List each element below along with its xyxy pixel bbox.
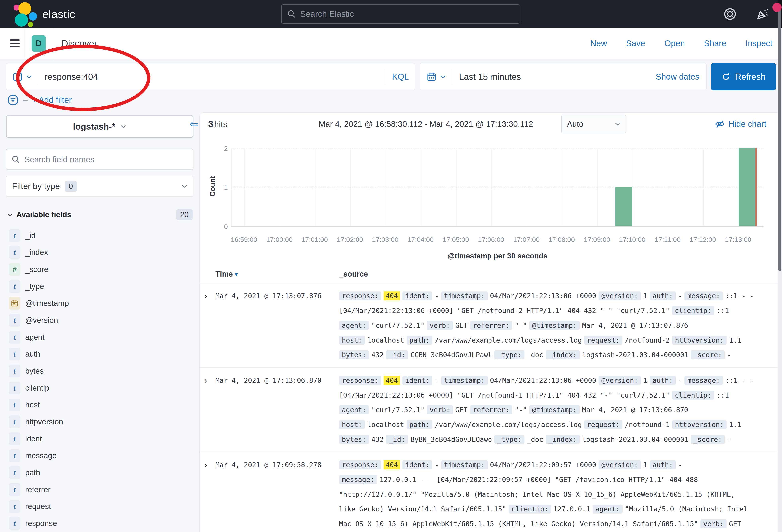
- date-picker: Last 15 minutes Show dates: [420, 63, 707, 90]
- gridline-vertical: [492, 149, 492, 226]
- date-quick-menu-button[interactable]: [427, 72, 452, 82]
- app-nav-bar: D Discover NewSaveOpenShareInspect: [0, 28, 782, 60]
- text-type-icon: t: [9, 382, 20, 394]
- field-value: -: [678, 376, 682, 384]
- nav-action-open[interactable]: Open: [664, 39, 685, 48]
- field-item-_score[interactable]: #_score: [6, 261, 193, 278]
- x-tick-label: 17:03:00: [365, 236, 405, 243]
- field-item-response[interactable]: tresponse: [6, 515, 193, 532]
- x-tick-label: 17:00:00: [259, 236, 299, 243]
- time-range-value[interactable]: Last 15 minutes: [452, 72, 521, 82]
- field-item-_id[interactable]: t_id: [6, 227, 193, 244]
- field-item-ident[interactable]: tident: [6, 430, 193, 447]
- chart-time-range: Mar 4, 2021 @ 16:58:30.112 - Mar 4, 2021…: [319, 119, 533, 129]
- collapse-sidebar-icon[interactable]: ⇐: [189, 118, 198, 130]
- field-key-badge: @timestamp:: [529, 405, 580, 414]
- field-item-host[interactable]: thost: [6, 396, 193, 413]
- hide-chart-label: Hide chart: [728, 119, 767, 129]
- source-line: response:404ident:-timestamp:04/Mar/2021…: [339, 457, 770, 472]
- gridline-horizontal: [232, 188, 763, 188]
- source-line: Mac OS X 10_15_6) AppleWebKit/605.1.15 (…: [339, 517, 770, 531]
- field-key-badge: referrer:: [470, 405, 512, 414]
- field-item-message[interactable]: tmessage: [6, 447, 193, 464]
- field-item-bytes[interactable]: tbytes: [6, 363, 193, 379]
- expand-row-icon[interactable]: ›: [204, 373, 215, 447]
- hide-chart-button[interactable]: Hide chart: [715, 119, 767, 129]
- help-icon[interactable]: [722, 7, 737, 21]
- field-item-path[interactable]: tpath: [6, 464, 193, 481]
- time-column-header[interactable]: Time ▾: [215, 270, 339, 278]
- gridline-vertical: [421, 149, 421, 226]
- filter-by-type-select[interactable]: Filter by type 0: [6, 176, 193, 197]
- elastic-logo[interactable]: elastic: [0, 1, 75, 27]
- document-table-body: ›Mar 4, 2021 @ 17:13:07.876response:404i…: [200, 283, 778, 532]
- filter-icon[interactable]: [7, 94, 19, 106]
- text-type-icon: t: [9, 415, 20, 428]
- query-input[interactable]: [37, 72, 385, 82]
- menu-icon[interactable]: [0, 39, 24, 47]
- field-item-clientip[interactable]: tclientip: [6, 379, 193, 396]
- refresh-button[interactable]: Refresh: [711, 63, 776, 90]
- field-name: message: [25, 451, 57, 460]
- field-value: "http://127.0.0.1/" "Mozilla/5.0 (Macint…: [339, 490, 735, 498]
- saved-query-menu-button[interactable]: [12, 71, 37, 82]
- expand-row-icon[interactable]: ›: [204, 289, 215, 362]
- field-item-referrer[interactable]: treferrer: [6, 481, 193, 498]
- field-search-input[interactable]: [24, 155, 188, 164]
- available-fields-accordion[interactable]: Available fields 20: [6, 209, 193, 220]
- field-item-httpversion[interactable]: thttpversion: [6, 413, 193, 430]
- field-value: GET: [455, 406, 467, 414]
- plot-area: [231, 149, 763, 227]
- gridline-vertical: [668, 149, 668, 226]
- expand-row-icon[interactable]: ›: [204, 457, 215, 531]
- query-language-button[interactable]: KQL: [385, 72, 409, 81]
- text-type-icon: t: [9, 348, 20, 360]
- histogram-bar-17:13:00[interactable]: [739, 148, 756, 226]
- global-search[interactable]: [281, 4, 521, 24]
- y-tick-label: 1: [212, 184, 228, 191]
- nav-action-inspect[interactable]: Inspect: [746, 39, 773, 48]
- nav-action-save[interactable]: Save: [626, 39, 645, 48]
- field-key-badge: ident:: [402, 376, 432, 385]
- field-key-badge: clientip:: [672, 306, 714, 315]
- logo-blob-lime: [28, 22, 33, 27]
- field-item-_index[interactable]: t_index: [6, 244, 193, 261]
- field-key-badge: path:: [406, 420, 432, 429]
- gridline-vertical: [456, 149, 457, 226]
- field-name: response: [25, 519, 57, 528]
- scrollbar-thumb[interactable]: [778, 6, 781, 271]
- field-item-@version[interactable]: t@version: [6, 312, 193, 329]
- show-dates-button[interactable]: Show dates: [656, 72, 700, 81]
- interval-select[interactable]: Auto: [562, 115, 626, 133]
- app-badge[interactable]: D: [32, 35, 46, 51]
- field-key-badge: auth:: [650, 460, 676, 469]
- newsfeed-icon[interactable]: [755, 7, 770, 21]
- index-pattern-select[interactable]: logstash-*: [6, 115, 193, 138]
- field-item-request[interactable]: trequest: [6, 498, 193, 515]
- field-item-@timestamp[interactable]: @timestamp: [6, 295, 193, 312]
- search-icon: [11, 155, 20, 163]
- field-item-auth[interactable]: tauth: [6, 345, 193, 363]
- field-key-badge: _index:: [545, 350, 580, 359]
- histogram-bar-17:09:30[interactable]: [615, 187, 633, 226]
- field-key-badge: bytes:: [339, 350, 369, 359]
- number-type-icon: #: [9, 263, 20, 276]
- field-item-_type[interactable]: t_type: [6, 278, 193, 295]
- field-value: -: [435, 461, 439, 469]
- field-key-badge: bytes:: [339, 435, 369, 444]
- field-value: like Gecko) Version/14.1 Safari/605.1.15…: [339, 505, 506, 513]
- field-list: t_idt_index#_scoret_type@timestampt@vers…: [6, 227, 193, 532]
- divider: [24, 28, 24, 59]
- gridline-vertical: [350, 149, 351, 226]
- add-filter-button[interactable]: + Add filter: [32, 95, 72, 105]
- field-value: /notfound-1: [625, 421, 670, 428]
- field-item-agent[interactable]: tagent: [6, 329, 193, 345]
- x-tick-label: 17:11:00: [648, 236, 687, 243]
- global-search-input[interactable]: [300, 9, 514, 19]
- highlighted-value: 404: [384, 376, 400, 385]
- nav-action-new[interactable]: New: [590, 39, 607, 48]
- nav-action-share[interactable]: Share: [704, 39, 726, 48]
- field-value: "curl/7.52.1": [371, 321, 425, 329]
- query-input-box: KQL: [6, 63, 415, 90]
- gridline-vertical: [633, 149, 633, 226]
